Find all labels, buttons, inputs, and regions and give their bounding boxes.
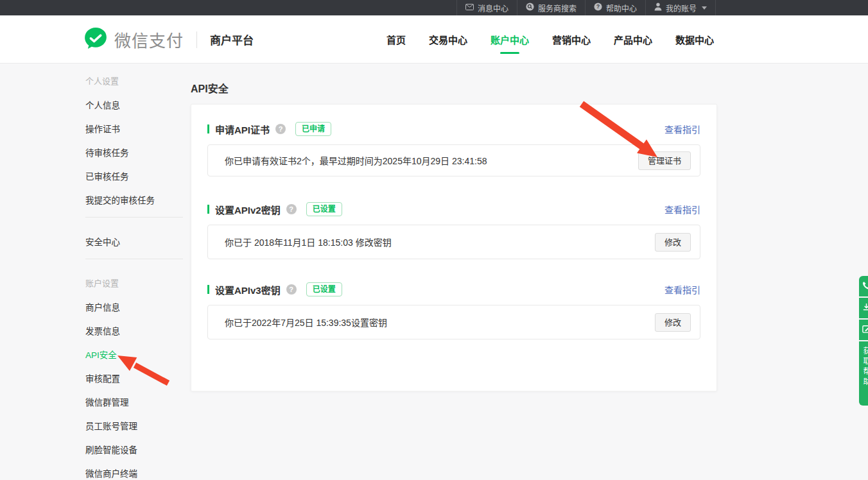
- status-badge: 已设置: [306, 282, 342, 296]
- section-marker: [207, 285, 209, 294]
- sidebar-item-security-center[interactable]: 安全中心: [85, 235, 183, 244]
- header: 微信支付 商户平台 首页 交易中心 账户中心 营销中心 产品中心 数据中心: [0, 15, 868, 64]
- hotline-cell[interactable]: [859, 276, 868, 296]
- section-title: 申请API证书: [215, 123, 270, 136]
- section-marker: [207, 205, 209, 214]
- status-badge: 已申请: [295, 122, 331, 136]
- edit-icon: [862, 324, 868, 336]
- nav-marketing-center[interactable]: 营销中心: [552, 29, 591, 50]
- nav-home[interactable]: 首页: [386, 29, 406, 50]
- help-icon[interactable]: ?: [275, 124, 286, 134]
- nav-account-center[interactable]: 账户中心: [490, 29, 529, 50]
- api-certificate-box: 你已申请有效证书2个，最早过期时间为2025年10月29日 23:41:58 管…: [207, 144, 700, 176]
- topbar-item-provider-search[interactable]: 服务商搜索: [517, 0, 585, 15]
- api-security-card: 申请API证书 ? 已申请 查看指引 你已申请有效证书2个，最早过期时间为202…: [191, 104, 717, 391]
- download-icon: [862, 302, 868, 314]
- section-title: 设置APIv2密钥: [215, 203, 281, 216]
- main-nav: 首页 交易中心 账户中心 营销中心 产品中心 数据中心: [386, 15, 714, 64]
- sidebar: 个人设置 个人信息 操作证书 待审核任务 已审核任务 我提交的审核任务 安全中心…: [85, 74, 183, 480]
- svg-text:?: ?: [596, 3, 600, 10]
- sidebar-item-operation-certificate[interactable]: 操作证书: [85, 122, 183, 131]
- topbar-item-my-account[interactable]: 我的账号: [645, 0, 716, 15]
- download-cell[interactable]: [859, 298, 868, 318]
- topbar: 消息中心 服务商搜索 ? 帮助中心 我的账号: [0, 0, 868, 15]
- brand-divider: [196, 31, 197, 48]
- sidebar-item-merchant-info[interactable]: 商户信息: [85, 300, 183, 309]
- modify-apiv2-key-button[interactable]: 修改: [655, 233, 691, 252]
- sidebar-divider: [85, 259, 183, 259]
- sidebar-divider: [85, 217, 183, 218]
- sidebar-item-api-security[interactable]: API安全: [85, 348, 183, 357]
- question-circle-icon: ?: [594, 3, 602, 13]
- help-icon[interactable]: ?: [286, 204, 297, 214]
- floating-helper-widget: 获取帮助: [859, 276, 868, 406]
- envelope-icon: [465, 3, 474, 12]
- apiv2-key-box: 你已于 2018年11月1日 18:15:03 修改密钥 修改: [207, 225, 700, 259]
- apiv2-key-status-text: 你已于 2018年11月1日 18:15:03 修改密钥: [225, 236, 392, 248]
- topbar-item-label: 服务商搜索: [538, 3, 577, 13]
- section-title: 设置APIv3密钥: [215, 283, 281, 296]
- sidebar-item-pending-review-tasks[interactable]: 待审核任务: [85, 146, 183, 155]
- sidebar-item-wechat-group-management[interactable]: 微信群管理: [85, 395, 183, 404]
- sidebar-item-personal-info[interactable]: 个人信息: [85, 98, 183, 107]
- topbar-item-help-center[interactable]: ? 帮助中心: [585, 0, 645, 15]
- brand-platform: 商户平台: [210, 31, 254, 47]
- sidebar-header-personal-settings: 个人设置: [85, 74, 183, 83]
- sidebar-item-face-payment-devices[interactable]: 刷脸智能设备: [85, 443, 183, 452]
- apiv3-key-status-text: 你已于2022年7月25日 15:39:35设置密钥: [225, 316, 387, 329]
- brand-name: 微信支付: [114, 28, 184, 51]
- page-title: API安全: [191, 80, 229, 96]
- nav-product-center[interactable]: 产品中心: [614, 29, 652, 50]
- get-help-cell[interactable]: 获取帮助: [859, 341, 868, 406]
- phone-icon: [862, 280, 868, 293]
- section-header-apiv2-key: 设置APIv2密钥 ? 已设置 查看指引: [207, 202, 700, 216]
- get-help-label: 获取帮助: [862, 347, 868, 388]
- sidebar-item-review-config[interactable]: 审核配置: [85, 372, 183, 381]
- status-badge: 已设置: [306, 202, 342, 216]
- nav-transaction-center[interactable]: 交易中心: [429, 29, 467, 50]
- topbar-item-label: 消息中心: [478, 3, 508, 13]
- sidebar-item-invoice-info[interactable]: 发票信息: [85, 324, 183, 333]
- sidebar-item-staff-account-management[interactable]: 员工账号管理: [85, 419, 183, 428]
- section-header-apiv3-key: 设置APIv3密钥 ? 已设置 查看指引: [207, 282, 700, 296]
- nav-data-center[interactable]: 数据中心: [675, 29, 714, 50]
- certificate-status-text: 你已申请有效证书2个，最早过期时间为2025年10月29日 23:41:58: [225, 154, 487, 167]
- view-guide-link[interactable]: 查看指引: [664, 283, 700, 296]
- view-guide-link[interactable]: 查看指引: [664, 123, 700, 135]
- section-marker: [207, 124, 209, 133]
- topbar-item-label: 我的账号: [666, 3, 697, 13]
- sidebar-item-reviewed-tasks[interactable]: 已审核任务: [85, 169, 183, 178]
- user-icon: [654, 3, 662, 13]
- sidebar-item-my-submitted-tasks[interactable]: 我提交的审核任务: [85, 193, 183, 202]
- sidebar-item-wechat-merchant-terminal[interactable]: 微信商户终端: [85, 467, 183, 476]
- topbar-item-label: 帮助中心: [606, 3, 637, 13]
- manage-certificate-button[interactable]: 管理证书: [638, 151, 691, 170]
- modify-apiv3-key-button[interactable]: 修改: [655, 313, 691, 332]
- search-circle-icon: [526, 3, 534, 13]
- wechat-pay-logo-icon: [83, 26, 108, 53]
- help-icon[interactable]: ?: [286, 284, 297, 295]
- feedback-cell[interactable]: [859, 320, 868, 340]
- section-header-api-certificate: 申请API证书 ? 已申请 查看指引: [207, 122, 700, 136]
- brand: 微信支付 商户平台: [83, 15, 254, 64]
- topbar-item-messages[interactable]: 消息中心: [456, 0, 517, 15]
- chevron-down-icon: [702, 6, 707, 10]
- apiv3-key-box: 你已于2022年7月25日 15:39:35设置密钥 修改: [207, 305, 700, 339]
- sidebar-header-account-settings: 账户设置: [85, 277, 183, 286]
- view-guide-link[interactable]: 查看指引: [664, 203, 700, 216]
